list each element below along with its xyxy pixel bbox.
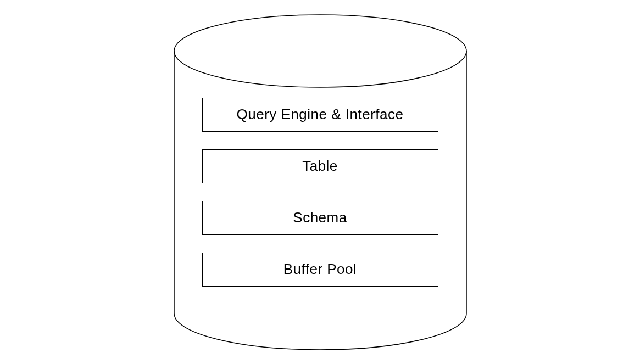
- layer-buffer-pool: Buffer Pool: [202, 253, 438, 287]
- svg-point-0: [174, 15, 466, 87]
- layer-schema: Schema: [202, 201, 438, 235]
- layer-query-engine: Query Engine & Interface: [202, 98, 438, 132]
- layer-label: Schema: [293, 209, 347, 226]
- database-cylinder-diagram: Query Engine & Interface Table Schema Bu…: [172, 13, 469, 352]
- layer-label: Query Engine & Interface: [237, 106, 404, 123]
- layer-stack: Query Engine & Interface Table Schema Bu…: [202, 98, 438, 287]
- layer-label: Table: [302, 158, 338, 175]
- layer-table: Table: [202, 149, 438, 183]
- layer-label: Buffer Pool: [283, 261, 357, 278]
